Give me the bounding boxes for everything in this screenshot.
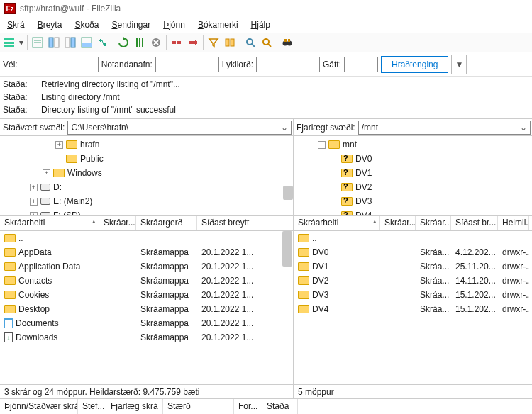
menu-skrá[interactable]: Skrá	[1, 18, 31, 31]
folder-icon	[298, 276, 309, 285]
queue-column[interactable]: Stef...	[78, 399, 106, 414]
svg-rect-17	[177, 41, 181, 44]
queue-column[interactable]: Þjónn/Staðvær skrá	[0, 399, 78, 414]
tree-node[interactable]: DV2	[308, 180, 532, 194]
menu-bókamerki[interactable]: Bókamerki	[192, 18, 244, 31]
tree-node[interactable]: DV1	[308, 166, 532, 180]
column-header[interactable]: Skráargerð	[136, 216, 197, 230]
process-queue-icon[interactable]	[132, 35, 148, 50]
local-list-header[interactable]: SkráarheitiSkráar...SkráargerðSíðast bre…	[0, 216, 293, 231]
local-file-list[interactable]: ..AppDataSkráamappa20.1.2022 1...Applica…	[0, 231, 293, 384]
list-item[interactable]: DV4Skráa...15.1.202...drwxr-...	[294, 302, 532, 316]
toggle-remotetree-icon[interactable]	[62, 35, 78, 50]
local-path-combo[interactable]: C:\Users\hrafn\ ⌄	[67, 121, 292, 135]
menu-breyta[interactable]: Breyta	[32, 18, 68, 31]
svg-rect-27	[284, 39, 287, 42]
scrollbar-thumb[interactable]	[283, 186, 293, 200]
host-input[interactable]	[21, 57, 99, 72]
remote-path-combo[interactable]: /mnt ⌄	[358, 121, 531, 135]
port-input[interactable]	[344, 57, 378, 72]
local-tree[interactable]: +hrafnPublic+Windows+D:+E: (Main2)+F: (S…	[0, 136, 293, 216]
column-header[interactable]: Skráarheiti	[294, 216, 380, 230]
remote-file-list[interactable]: ..DV0Skráa...4.12.202...drwxr-...DV1Skrá…	[294, 231, 532, 384]
column-header[interactable]: Síðast breytt	[197, 216, 275, 230]
list-item[interactable]: DV0Skráa...4.12.202...drwxr-...	[294, 245, 532, 259]
folder-icon	[53, 169, 65, 177]
sitemanager-icon[interactable]	[1, 35, 17, 50]
file-name: Contacts	[18, 276, 52, 286]
list-item[interactable]: DocumentsSkráamappa20.1.2022 1...	[0, 316, 293, 330]
remote-list-header[interactable]: SkráarheitiSkráar...Skráar...Síðast br..…	[294, 216, 532, 231]
tree-node[interactable]: DV0	[308, 152, 532, 166]
column-header[interactable]: Síðast br...	[451, 216, 498, 230]
file-name: ..	[312, 233, 317, 243]
quickconnect-dropdown[interactable]: ▼	[451, 55, 467, 74]
list-item[interactable]: DesktopSkráamappa20.1.2022 1...	[0, 302, 293, 316]
file-name: DV0	[312, 247, 328, 257]
column-header[interactable]: Skráar...	[380, 216, 416, 230]
transfer-queue-header[interactable]: Þjónn/Staðvær skráStef...Fjarlæg skráStæ…	[0, 398, 532, 414]
list-item[interactable]: ..	[0, 231, 293, 245]
list-item[interactable]: DownloadsSkráamappa20.1.2022 1...	[0, 330, 293, 345]
expand-icon[interactable]: +	[30, 198, 38, 206]
quickconnect-button[interactable]: Hraðtenging	[381, 56, 448, 73]
menu-hjálp[interactable]: Hjálp	[245, 18, 276, 31]
binoculars-icon[interactable]	[279, 35, 295, 50]
queue-column[interactable]: Fjarlæg skrá	[106, 399, 163, 414]
reconnect-icon[interactable]	[185, 35, 201, 50]
toggle-queue-icon[interactable]	[79, 35, 94, 50]
column-header[interactable]: Heimil...	[498, 216, 529, 230]
scrollbar-thumb[interactable]	[282, 231, 292, 267]
search-local-icon[interactable]	[243, 35, 258, 50]
tree-node[interactable]: Public	[14, 152, 293, 166]
tree-node[interactable]: +E: (Main2)	[14, 194, 293, 208]
toggle-log-icon[interactable]	[30, 35, 45, 50]
queue-column[interactable]: Stærð	[163, 399, 234, 414]
expand-icon[interactable]: +	[55, 141, 63, 149]
tree-node[interactable]: +D:	[14, 180, 293, 194]
expand-icon[interactable]: -	[318, 141, 326, 149]
folder-icon	[298, 305, 309, 313]
tree-node[interactable]: +F: (SD)	[14, 208, 293, 216]
tree-node[interactable]: DV3	[308, 194, 532, 208]
tree-node[interactable]: DV4	[308, 208, 532, 216]
queue-column[interactable]: Staða	[262, 399, 298, 414]
disconnect-icon[interactable]	[169, 35, 184, 50]
cancel-icon[interactable]	[148, 35, 164, 50]
expand-icon[interactable]: +	[43, 169, 50, 177]
queue-column[interactable]: For...	[234, 399, 262, 414]
list-item[interactable]: ..	[294, 231, 532, 245]
folder-icon	[298, 262, 309, 271]
column-header[interactable]: Skráarheiti	[0, 216, 99, 230]
dropdown-icon[interactable]: ▾	[18, 35, 25, 50]
menu-sendingar[interactable]: Sendingar	[106, 18, 156, 31]
tree-node[interactable]: +Windows	[14, 166, 293, 180]
pass-input[interactable]	[256, 57, 320, 72]
list-item[interactable]: ContactsSkráamappa20.1.2022 1...	[0, 274, 293, 288]
list-item[interactable]: AppDataSkráamappa20.1.2022 1...	[0, 245, 293, 259]
remote-tree[interactable]: -mntDV0DV1DV2DV3DV4	[294, 136, 532, 216]
svg-rect-9	[71, 38, 75, 47]
list-item[interactable]: DV2Skráa...14.11.20...drwxr-...	[294, 274, 532, 288]
search-remote-icon[interactable]	[259, 35, 275, 50]
folder-icon	[4, 248, 16, 257]
list-item[interactable]: DV1Skráa...25.11.20...drwxr-...	[294, 259, 532, 274]
svg-line-24	[268, 44, 271, 47]
user-input[interactable]	[155, 57, 219, 72]
list-item[interactable]: DV3Skráa...15.1.202...drwxr-...	[294, 288, 532, 302]
tree-node[interactable]: +hrafn	[14, 138, 293, 152]
menu-þjónn[interactable]: Þjónn	[157, 18, 191, 31]
column-header[interactable]: Skráar...	[416, 216, 451, 230]
refresh-icon[interactable]	[116, 35, 131, 50]
expand-icon[interactable]: +	[30, 184, 38, 191]
minimize-icon[interactable]: —	[519, 4, 528, 13]
list-item[interactable]: CookiesSkráamappa20.1.2022 1...	[0, 288, 293, 302]
compare-icon[interactable]	[222, 35, 238, 50]
menu-skoða[interactable]: Skoða	[69, 18, 104, 31]
toggle-localtree-icon[interactable]	[46, 35, 62, 50]
list-item[interactable]: Application DataSkráamappa20.1.2022 1...	[0, 259, 293, 274]
filter-icon[interactable]	[206, 35, 221, 50]
sync-browse-icon[interactable]	[95, 35, 111, 50]
column-header[interactable]: Skráar...	[99, 216, 136, 230]
tree-node[interactable]: -mnt	[308, 138, 532, 152]
